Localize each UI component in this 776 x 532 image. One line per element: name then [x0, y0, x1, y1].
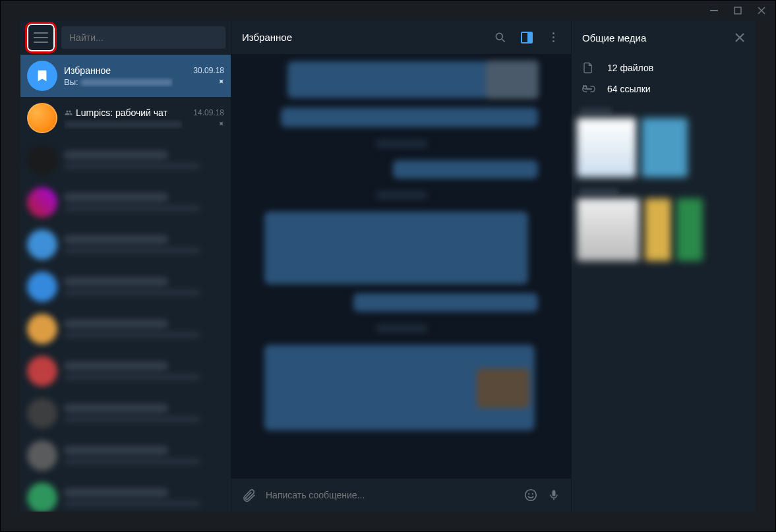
saved-messages-avatar — [27, 61, 57, 91]
media-group — [577, 188, 750, 261]
media-stats: 12 файлов 64 ссылки — [572, 55, 756, 107]
chat-item-blurred[interactable] — [20, 139, 231, 181]
chat-preview — [64, 119, 183, 129]
message-bubble[interactable] — [287, 61, 538, 98]
group-icon — [64, 109, 73, 117]
search-box[interactable] — [61, 26, 225, 49]
file-icon — [582, 61, 595, 74]
close-panel-button[interactable] — [734, 32, 745, 43]
microphone-icon — [547, 488, 560, 502]
media-thumbnail[interactable] — [577, 118, 636, 177]
chat-menu-button[interactable] — [546, 30, 560, 45]
svg-rect-0 — [710, 10, 718, 11]
voice-button[interactable] — [547, 488, 560, 502]
svg-point-5 — [532, 493, 533, 494]
chat-item-blurred[interactable] — [20, 392, 231, 434]
emoji-icon — [523, 488, 538, 502]
chat-preview: Вы: — [64, 77, 173, 87]
kebab-icon — [552, 32, 554, 42]
chat-item-blurred[interactable] — [20, 223, 231, 266]
chat-date: 14.09.18 — [193, 108, 224, 117]
close-icon — [734, 32, 745, 43]
sidebar: Избранное 30.09.18 Вы: ✦ — [20, 20, 231, 512]
chat-item-blurred[interactable] — [20, 181, 231, 223]
chat-item-blurred[interactable] — [20, 477, 231, 512]
paperclip-icon — [242, 488, 256, 502]
pin-icon: ✦ — [216, 76, 227, 88]
date-divider — [375, 139, 428, 148]
right-panel-header: Общие медиа — [572, 20, 756, 55]
svg-point-3 — [525, 490, 537, 501]
links-stat[interactable]: 64 ссылки — [582, 84, 745, 94]
messages-area[interactable] — [231, 55, 571, 479]
group-avatar — [27, 103, 57, 133]
files-stat[interactable]: 12 файлов — [582, 61, 745, 74]
maximize-button[interactable] — [729, 5, 746, 16]
message-input[interactable] — [266, 490, 514, 500]
chat-name: Lumpics: рабочий чат — [64, 107, 167, 118]
media-thumbnail[interactable] — [642, 118, 688, 177]
date-divider — [375, 191, 428, 200]
chat-item-blurred[interactable] — [20, 434, 231, 477]
main-menu-button[interactable] — [26, 22, 56, 53]
files-count: 12 файлов — [607, 63, 653, 73]
toggle-sidepanel-button[interactable] — [520, 30, 534, 45]
chat-item-blurred[interactable] — [20, 266, 231, 308]
minimize-button[interactable] — [705, 5, 723, 16]
message-bubble[interactable] — [393, 160, 538, 179]
media-grid — [572, 107, 756, 261]
date-divider — [375, 324, 428, 333]
chat-name: Избранное — [64, 65, 111, 76]
titlebar — [1, 1, 775, 20]
media-group — [577, 107, 750, 177]
pin-icon: ✦ — [216, 119, 227, 130]
conversation-header: Избранное — [231, 20, 571, 55]
search-input[interactable] — [69, 32, 218, 43]
chat-item-lumpics[interactable]: Lumpics: рабочий чат 14.09.18 ✦ — [20, 97, 231, 139]
media-thumbnail[interactable] — [577, 198, 640, 261]
chat-date: 30.09.18 — [193, 66, 224, 75]
message-bubble[interactable] — [264, 212, 528, 284]
emoji-button[interactable] — [523, 488, 538, 502]
chat-list[interactable]: Избранное 30.09.18 Вы: ✦ — [20, 55, 231, 512]
right-panel-title: Общие медиа — [582, 32, 646, 44]
window-content: Избранное 30.09.18 Вы: ✦ — [20, 20, 756, 512]
svg-rect-1 — [734, 7, 741, 14]
app-window: Избранное 30.09.18 Вы: ✦ — [0, 0, 776, 532]
message-bubble[interactable] — [353, 293, 538, 312]
sidebar-top — [20, 20, 231, 55]
right-panel: Общие медиа 12 файлов 64 ссылки — [571, 20, 756, 512]
links-count: 64 ссылки — [607, 84, 651, 94]
composer — [231, 479, 571, 512]
search-icon — [494, 31, 507, 44]
hamburger-icon — [34, 32, 48, 43]
message-bubble[interactable] — [281, 107, 538, 127]
media-thumbnail[interactable] — [676, 198, 703, 261]
svg-point-2 — [496, 33, 502, 40]
chat-item-blurred[interactable] — [20, 350, 231, 392]
panel-toggle-icon — [521, 32, 533, 44]
conversation-title: Избранное — [242, 32, 493, 43]
search-in-chat-button[interactable] — [493, 30, 508, 45]
conversation-tools — [493, 30, 560, 45]
attach-button[interactable] — [242, 488, 256, 502]
message-bubble[interactable] — [264, 345, 535, 430]
svg-point-4 — [528, 493, 529, 494]
svg-rect-6 — [552, 490, 556, 496]
close-window-button[interactable] — [753, 5, 770, 16]
conversation: Избранное — [231, 20, 571, 512]
media-thumbnail[interactable] — [645, 198, 671, 261]
link-icon — [582, 85, 595, 93]
chat-item-blurred[interactable] — [20, 308, 231, 350]
chat-item-saved[interactable]: Избранное 30.09.18 Вы: ✦ — [20, 55, 231, 97]
